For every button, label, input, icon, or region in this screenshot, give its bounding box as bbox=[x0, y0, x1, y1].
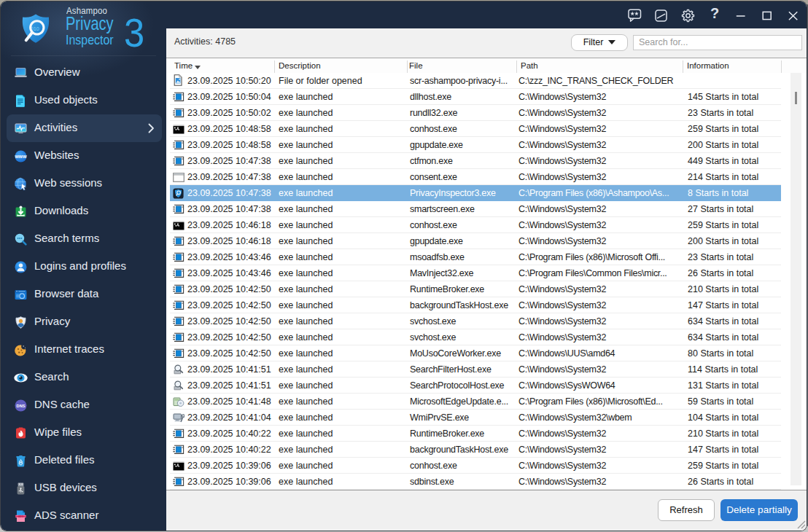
svg-text:DNS: DNS bbox=[17, 404, 26, 408]
svg-text:www: www bbox=[15, 154, 28, 159]
